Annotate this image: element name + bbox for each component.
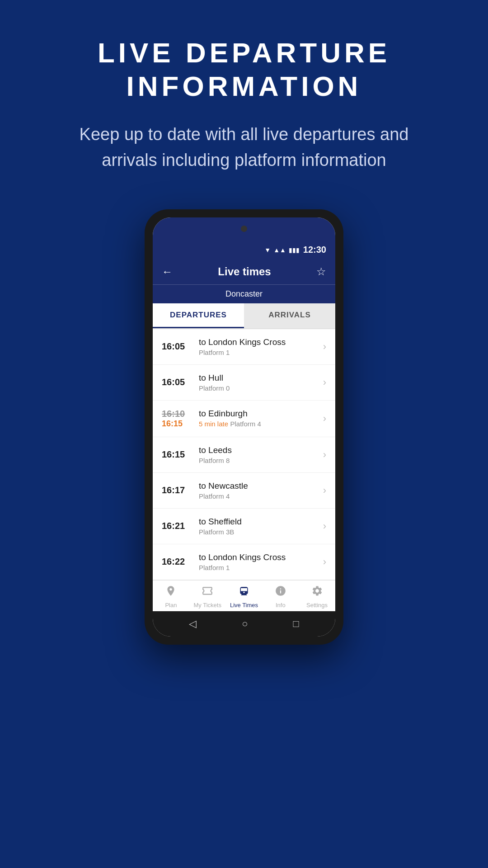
status-bar: ▼ ▲▲ ▮▮▮ 12:30: [153, 241, 335, 259]
nav-settings[interactable]: Settings: [299, 585, 335, 609]
back-system-btn[interactable]: ◁: [189, 618, 197, 630]
dep-dest-2: to Hull: [199, 373, 323, 383]
dep-platform-3: Platform 4: [230, 420, 261, 428]
dep-dest-6: to Sheffield: [199, 517, 323, 527]
dep-info-2: to Hull Platform 0: [199, 373, 323, 392]
departure-list: 16:05 to London Kings Cross Platform 1 ›…: [153, 329, 335, 580]
dep-time-col-5: 16:17: [162, 485, 194, 495]
recents-system-btn[interactable]: □: [293, 618, 299, 630]
dep-info-7: to London Kings Cross Platform 1: [199, 552, 323, 571]
dep-platform-1: Platform 1: [199, 349, 323, 356]
phone-camera: [241, 226, 247, 232]
nav-info[interactable]: Info: [262, 585, 299, 609]
back-button[interactable]: ←: [162, 265, 173, 278]
dep-info-5: to Newcastle Platform 4: [199, 481, 323, 500]
dep-time-col-2: 16:05: [162, 377, 194, 387]
status-icons: ▼ ▲▲ ▮▮▮: [264, 246, 300, 254]
tickets-icon: [202, 585, 213, 600]
dep-platform-7: Platform 1: [199, 564, 323, 571]
nav-tickets-label: My Tickets: [193, 602, 221, 609]
dep-time-col-1: 16:05: [162, 341, 194, 352]
dep-time-6: 16:21: [162, 521, 185, 531]
dep-platform-2: Platform 0: [199, 384, 323, 392]
dep-time-col-4: 16:15: [162, 449, 194, 460]
dep-time-2: 16:05: [162, 377, 185, 387]
wifi-icon: ▼: [264, 246, 271, 254]
hero-title: LIVE DEPARTURE INFORMATION: [98, 36, 390, 104]
tab-departures[interactable]: DEPARTURES: [153, 303, 244, 328]
dep-info-6: to Sheffield Platform 3B: [199, 517, 323, 536]
info-icon: [275, 585, 286, 600]
chevron-icon-7: ›: [323, 556, 326, 568]
dep-platform-5: Platform 4: [199, 492, 323, 500]
tab-arrivals[interactable]: ARRIVALS: [244, 303, 335, 328]
station-bar: Doncaster: [153, 284, 335, 303]
departure-row-4[interactable]: 16:15 to Leeds Platform 8 ›: [153, 437, 335, 473]
chevron-icon-5: ›: [323, 485, 326, 496]
tab-bar: DEPARTURES ARRIVALS: [153, 303, 335, 329]
phone-system-bar: ◁ ○ □: [153, 611, 335, 637]
dep-time-col-6: 16:21: [162, 521, 194, 531]
app-title: Live times: [218, 265, 271, 278]
dep-platform-6: Platform 3B: [199, 528, 323, 536]
nav-plan[interactable]: Plan: [153, 585, 189, 609]
nav-settings-label: Settings: [306, 602, 328, 609]
status-time: 12:30: [303, 245, 326, 255]
nav-tickets[interactable]: My Tickets: [189, 585, 226, 609]
phone-screen: ▼ ▲▲ ▮▮▮ 12:30 ← Live times ☆ Doncaster …: [153, 217, 335, 637]
dep-info-1: to London Kings Cross Platform 1: [199, 337, 323, 356]
chevron-icon-4: ›: [323, 449, 326, 461]
dep-dest-4: to Leeds: [199, 445, 323, 455]
departure-row-7[interactable]: 16:22 to London Kings Cross Platform 1 ›: [153, 544, 335, 580]
nav-live-times[interactable]: Live Times: [226, 585, 263, 609]
nav-live-label: Live Times: [230, 602, 258, 609]
dep-info-4: to Leeds Platform 8: [199, 445, 323, 464]
chevron-icon-1: ›: [323, 341, 326, 353]
chevron-icon-2: ›: [323, 377, 326, 388]
nav-plan-label: Plan: [165, 602, 177, 609]
bottom-nav: Plan My Tickets Live Times Info: [153, 580, 335, 611]
chevron-icon-6: ›: [323, 520, 326, 532]
nav-info-label: Info: [276, 602, 286, 609]
departure-row-5[interactable]: 16:17 to Newcastle Platform 4 ›: [153, 473, 335, 509]
dep-late-label-3: 5 min late: [199, 420, 228, 428]
settings-icon: [311, 585, 323, 600]
dep-dest-5: to Newcastle: [199, 481, 323, 491]
chevron-icon-3: ›: [323, 413, 326, 425]
phone-shell: ▼ ▲▲ ▮▮▮ 12:30 ← Live times ☆ Doncaster …: [145, 209, 343, 645]
departure-row-3[interactable]: 16:10 16:15 to Edinburgh 5 min late Plat…: [153, 401, 335, 437]
departure-row-1[interactable]: 16:05 to London Kings Cross Platform 1 ›: [153, 329, 335, 365]
live-times-icon: [238, 585, 250, 600]
dep-time-new-3: 16:15: [162, 419, 183, 429]
dep-platform-4: Platform 8: [199, 457, 323, 464]
dep-time-7: 16:22: [162, 557, 185, 567]
departure-row-6[interactable]: 16:21 to Sheffield Platform 3B ›: [153, 509, 335, 544]
dep-time-4: 16:15: [162, 449, 185, 460]
home-system-btn[interactable]: ○: [242, 618, 248, 630]
dep-dest-1: to London Kings Cross: [199, 337, 323, 347]
dep-time-5: 16:17: [162, 485, 185, 495]
favorite-button[interactable]: ☆: [316, 265, 326, 278]
hero-subtitle: Keep up to date with all live departures…: [59, 122, 429, 173]
battery-icon: ▮▮▮: [289, 246, 300, 254]
app-header: ← Live times ☆: [153, 259, 335, 284]
dep-info-3: to Edinburgh 5 min late Platform 4: [199, 409, 323, 428]
dep-time-col-3: 16:10 16:15: [162, 409, 194, 429]
dep-dest-7: to London Kings Cross: [199, 552, 323, 562]
phone-camera-bar: [153, 217, 335, 241]
signal-icon: ▲▲: [273, 246, 286, 254]
dep-time-col-7: 16:22: [162, 557, 194, 567]
dep-time-1: 16:05: [162, 341, 185, 352]
plan-icon: [165, 585, 177, 600]
dep-dest-3: to Edinburgh: [199, 409, 323, 419]
departure-row-2[interactable]: 16:05 to Hull Platform 0 ›: [153, 365, 335, 401]
dep-time-original-3: 16:10: [162, 409, 185, 419]
